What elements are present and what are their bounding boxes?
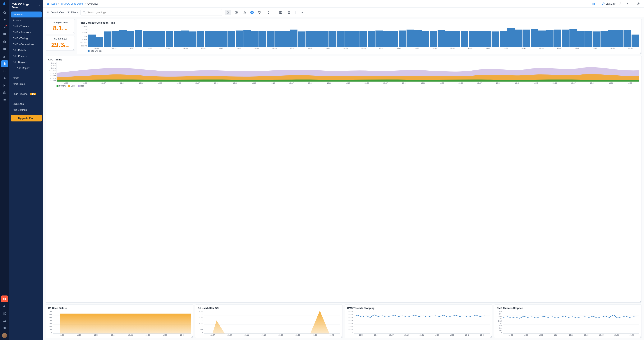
nav-ship-logs[interactable]: Ship Logs xyxy=(11,101,42,107)
svg-rect-24 xyxy=(4,100,6,100)
team-icon[interactable] xyxy=(1,317,8,324)
svg-rect-6 xyxy=(4,34,4,35)
nav-alert-rules[interactable]: Alert Rules xyxy=(11,81,42,87)
svg-rect-51 xyxy=(288,11,290,14)
alert-icon[interactable] xyxy=(1,38,8,45)
fullscreen-icon[interactable] xyxy=(265,10,271,15)
resize-handle[interactable] xyxy=(640,336,641,337)
svg-point-0 xyxy=(4,12,6,14)
bell-off-icon[interactable] xyxy=(242,10,248,15)
layout-list-icon[interactable] xyxy=(286,10,292,15)
chart-cms-stopping: CMS Threads Stopping 0.0070.0060.0050.00… xyxy=(344,304,492,338)
svg-point-34 xyxy=(5,320,6,321)
nav-logs-pipeline[interactable]: Logs Pipeline NEW xyxy=(11,91,42,97)
filters-button[interactable]: Filters xyxy=(67,11,78,14)
chart-g1-after: G1 Used After GC 3.50k3k2.50k2k1.50k1k50… xyxy=(195,304,343,338)
svg-point-29 xyxy=(4,298,4,298)
play-icon[interactable] xyxy=(625,1,630,7)
svg-rect-14 xyxy=(5,56,5,58)
svg-rect-44 xyxy=(47,12,49,12)
avatar[interactable] xyxy=(2,333,7,338)
stat-old-gc: Old GC Total 29.3kms xyxy=(46,36,75,51)
svg-rect-37 xyxy=(593,3,594,4)
download-icon[interactable] xyxy=(256,10,262,15)
nav-item-cms-survivors[interactable]: CMS - Survivors xyxy=(11,29,42,35)
nav-item-cms-generations[interactable]: CMS - Generations xyxy=(11,41,42,47)
stack-icon[interactable] xyxy=(1,97,8,104)
svg-rect-21 xyxy=(4,77,5,78)
gift-icon[interactable] xyxy=(1,295,8,302)
resize-handle[interactable] xyxy=(191,336,192,337)
nav-item-cms-timing[interactable]: CMS - Timing xyxy=(11,35,42,41)
svg-point-53 xyxy=(302,12,302,13)
topbar: Logs › JVM GC Logs Demo › Overview Last … xyxy=(43,0,644,8)
robot-icon[interactable] xyxy=(1,75,8,82)
apps-icon[interactable] xyxy=(591,1,596,7)
stat-young-gc: Young GC Total 8.1kms xyxy=(46,19,75,34)
nav-item-g1-details[interactable]: G1 - Details xyxy=(11,47,42,53)
resize-handle[interactable] xyxy=(73,32,74,33)
svg-rect-46 xyxy=(47,13,48,13)
svg-rect-23 xyxy=(4,99,6,100)
svg-rect-18 xyxy=(4,78,6,79)
search-input[interactable] xyxy=(80,9,222,16)
scan-icon[interactable] xyxy=(1,68,8,75)
help-icon[interactable] xyxy=(1,310,8,317)
upgrade-button[interactable]: Upgrade Plan xyxy=(11,115,42,121)
svg-point-32 xyxy=(4,314,5,314)
time-range-picker[interactable]: Last 1 hr xyxy=(602,2,616,5)
filter-icon xyxy=(67,11,70,14)
grid-icon[interactable] xyxy=(1,31,8,38)
help-icon-top[interactable] xyxy=(636,1,641,7)
megaphone-icon[interactable] xyxy=(1,303,8,310)
more-icon[interactable] xyxy=(299,10,305,15)
bug-icon[interactable] xyxy=(1,24,8,31)
new-badge: NEW xyxy=(30,93,36,95)
svg-point-1 xyxy=(4,27,4,28)
toolbar: Default View Filters 0 xyxy=(43,8,644,17)
chart-icon[interactable] xyxy=(1,53,8,60)
flag-icon[interactable] xyxy=(1,82,8,89)
nav-item-cms-threads[interactable]: CMS - Threads xyxy=(11,24,42,29)
layout-split-icon[interactable] xyxy=(278,10,284,15)
list-icon xyxy=(46,11,49,14)
resize-handle[interactable] xyxy=(340,336,342,337)
logo-icon xyxy=(2,2,7,7)
svg-rect-13 xyxy=(4,56,4,58)
svg-rect-12 xyxy=(4,57,4,58)
nav-item-g1-regions[interactable]: G1 - Regions xyxy=(11,59,42,65)
app-title: JVM GC Logs Demo xyxy=(12,3,37,9)
bc-app[interactable]: JVM GC Logs Demo xyxy=(61,2,84,5)
nav-item-g1-phases[interactable]: G1 - Phases xyxy=(11,53,42,59)
app-switcher[interactable]: JVM GC Logs Demo xyxy=(11,2,42,12)
clock-icon xyxy=(602,2,605,5)
svg-rect-3 xyxy=(4,33,4,34)
gear-icon[interactable] xyxy=(1,325,8,331)
rocket-icon[interactable] xyxy=(1,17,8,24)
globe-icon[interactable] xyxy=(1,89,8,96)
svg-point-30 xyxy=(5,298,5,298)
resize-handle[interactable] xyxy=(73,49,74,50)
bc-logs[interactable]: Logs xyxy=(51,2,57,5)
svg-rect-15 xyxy=(4,63,5,63)
add-report-button[interactable]: Add Report xyxy=(11,65,42,71)
nav-alerts[interactable]: Alerts xyxy=(11,75,42,81)
chart-cpu-timing: CPU Timing 1.60 s1.40 s1.20 s1000 ms800 … xyxy=(46,56,642,302)
default-view-button[interactable]: Default View xyxy=(46,11,64,14)
search-icon[interactable] xyxy=(1,9,8,16)
resize-handle[interactable] xyxy=(640,52,641,54)
mail-icon[interactable] xyxy=(234,10,239,15)
nav-app-settings[interactable]: App Settings xyxy=(11,107,42,113)
chevron-down-icon xyxy=(38,5,41,7)
resize-handle[interactable] xyxy=(640,300,641,302)
nav-item-overview[interactable]: Overview xyxy=(11,12,42,18)
main: Logs › JVM GC Logs Demo › Overview Last … xyxy=(43,0,644,340)
document-icon xyxy=(46,2,50,5)
resize-handle[interactable] xyxy=(490,336,492,337)
nav-item-explore[interactable]: Explore xyxy=(11,18,42,24)
inbox-icon[interactable] xyxy=(1,46,8,53)
bell-icon[interactable] xyxy=(225,10,231,15)
logs-icon[interactable] xyxy=(1,60,8,67)
svg-point-20 xyxy=(5,78,5,79)
refresh-icon[interactable] xyxy=(617,1,623,7)
